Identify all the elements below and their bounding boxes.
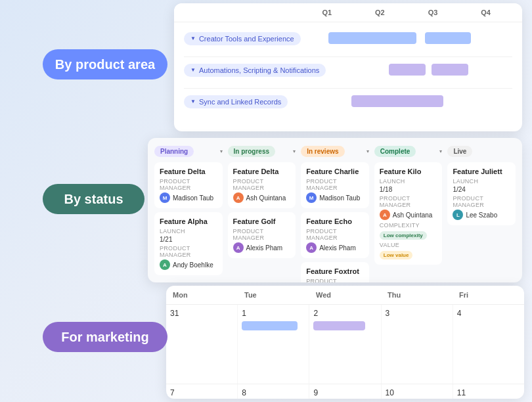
cal-week2: 7 8 9 10 11 [166,384,524,399]
card-title: Feature Foxtrot [306,267,364,275]
gantt-col-label [184,9,300,16]
avatar-row: A Ash Quintana [380,210,437,220]
gantt-bar-area [328,64,512,76]
cal-col-31: 31 [166,305,238,384]
cal-bar [242,321,298,330]
gantt-tag-arrow: ▼ [190,99,196,104]
kanban-chevron[interactable]: ▾ [220,148,223,154]
cal-col-3: 3 [382,305,453,384]
kanban-card: Feature Kilo LAUNCH 1/18 PRODUCT MANAGER… [374,162,443,265]
card-person: Ash Quintana [246,194,286,202]
card-person: Madison Taub [319,194,360,202]
card-person: Alexis Pham [319,244,356,252]
kanban-badge-inreviews: In reviews [301,146,344,157]
cal-col-1: 1 [238,305,309,384]
kanban-col-inprogress: In progress ▾ Feature Delta PRODUCT MANA… [228,146,296,275]
gantt-tag-arrow: ▼ [190,35,196,41]
avatar-row: A Alexis Pham [233,242,291,253]
gantt-bar [432,64,468,76]
card-label: PRODUCT MANAGER [306,178,364,191]
cal-date: 10 [386,388,449,397]
gantt-row: ▼ Automations, Scripting & Notifications [184,60,512,79]
kanban-card: Feature Golf PRODUCT MANAGER A Alexis Ph… [228,212,296,258]
gantt-header: Q1 Q2 Q3 Q4 [174,3,522,22]
gantt-body: ▼ Creator Tools and Experience ▼ Automat… [174,22,522,126]
avatar-row: A Alexis Pham [306,242,364,253]
kanban-card: Feature Alpha LAUNCH 1/21 PRODUCT MANAGE… [154,212,223,275]
cal-bar [313,321,365,330]
complexity-tag: Low complexity [380,231,427,240]
cal-date: 3 [386,309,449,318]
kanban-card: Feature Delta PRODUCT MANAGER M Madison … [154,162,223,208]
kanban-col-inreviews: In reviews ▾ Feature Charlie PRODUCT MAN… [301,146,369,275]
kanban-badge-live: Live [447,146,472,157]
gantt-row-label: ▼ Creator Tools and Experience [184,31,328,45]
card-label: VALUE [380,242,437,248]
cal-col-7: 7 [166,384,238,399]
calendar-panel: Mon Tue Wed Thu Fri 31 1 2 3 4 7 8 [166,286,524,399]
avatar-row: L Lee Szabo [453,210,510,220]
kanban-panel: Planning ▾ Feature Delta PRODUCT MANAGER… [148,138,522,282]
avatar: M [306,192,317,203]
kanban-col-header: In progress ▾ [228,146,296,157]
gantt-bar [328,32,416,44]
kanban-col-header: Complete ▾ [374,146,443,157]
cal-week1: 31 1 2 3 4 [166,305,524,384]
gantt-col-q3: Q3 [407,9,460,16]
gantt-col-q2: Q2 [353,9,407,16]
cal-day-fri: Fri [453,286,524,304]
cal-col-10: 10 [382,384,453,399]
card-launch: 1/18 [380,186,437,193]
kanban-card: Feature Echo PRODUCT MANAGER A Alexis Ph… [301,212,369,258]
gantt-row: ▼ Creator Tools and Experience [184,29,512,47]
cal-date: 9 [313,388,376,397]
gantt-bar [425,32,471,44]
card-person: Alexis Pham [246,244,283,252]
kanban-badge-inprogress: In progress [228,146,275,157]
gantt-row-label: ▼ Sync and Linked Records [184,94,328,108]
kanban-badge-planning: Planning [154,146,194,157]
cal-day-wed: Wed [309,286,381,304]
card-launch: 1/24 [453,186,510,193]
gantt-col-q4: Q4 [459,9,512,16]
gantt-bar [351,95,443,107]
card-label: PRODUCT MANAGER [453,195,510,208]
card-title: Feature Charlie [306,168,364,175]
gantt-row: ▼ Sync and Linked Records [184,92,512,110]
gantt-bar-area [328,32,512,44]
cal-day-tue: Tue [238,286,309,304]
cal-col-8: 8 [238,384,309,399]
card-label: PRODUCT MANAGER [160,245,217,258]
gantt-bar-area [328,95,512,107]
card-title: Feature Juliett [453,168,510,175]
card-label: LAUNCH [453,178,510,185]
gantt-tag: ▼ Creator Tools and Experience [184,32,301,45]
kanban-chevron[interactable]: ▾ [293,148,296,154]
cal-day-thu: Thu [381,286,453,304]
card-person: Andy Boehlke [173,261,213,269]
cal-col-4: 4 [453,305,524,384]
card-label: PRODUCT MANAGER [160,178,217,191]
kanban-chevron[interactable]: ▾ [366,148,369,154]
cal-date: 11 [457,388,520,397]
label-status: By status [43,184,144,214]
card-label: LAUNCH [380,178,437,185]
kanban-card: Feature Juliett LAUNCH 1/24 PRODUCT MANA… [447,162,516,225]
kanban-chevron[interactable]: ▾ [439,148,442,154]
cal-date: 7 [170,388,233,397]
card-label: LAUNCH [160,228,217,234]
avatar: A [380,210,390,220]
card-label: PRODUCT MANAGER [380,195,437,208]
card-label: PRODUCT MANAGER [306,278,364,282]
avatar-row: A Andy Boehlke [160,259,217,270]
card-title: Feature Golf [233,217,291,225]
cal-day-mon: Mon [166,286,238,304]
cal-date: 2 [313,309,376,318]
kanban-col-header: Live [447,146,516,157]
avatar: A [233,192,244,203]
cal-col-9: 9 [309,384,381,399]
gantt-panel: Q1 Q2 Q3 Q4 ▼ Creator Tools and Experien… [174,3,522,131]
kanban-card: Feature Delta PRODUCT MANAGER A Ash Quin… [228,162,296,208]
gantt-tag: ▼ Sync and Linked Records [184,95,288,108]
cal-date: 4 [457,309,520,318]
